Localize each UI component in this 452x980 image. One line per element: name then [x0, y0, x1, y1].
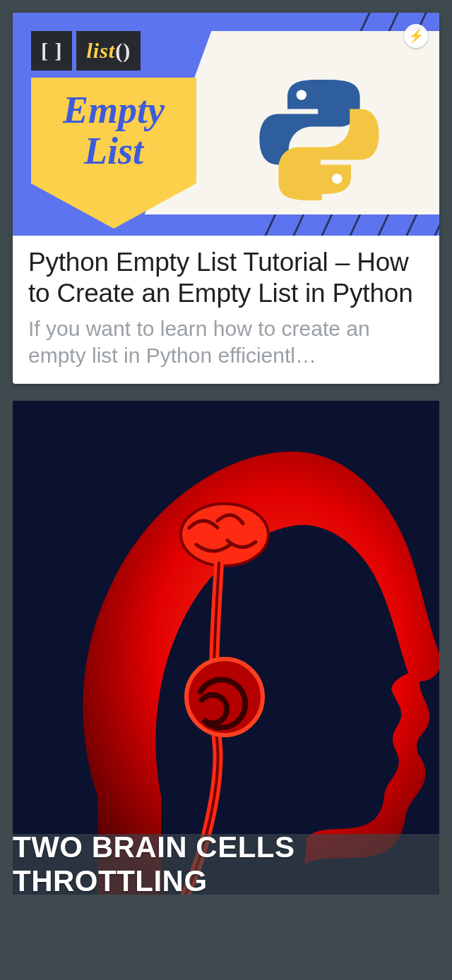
svg-point-0 [297, 90, 307, 99]
article-card[interactable]: [ ] list() Empty List [13, 13, 439, 384]
brain-head-illustration [13, 401, 439, 895]
banner-word-top: Empty [63, 91, 165, 129]
amp-badge-icon: ⚡ [404, 24, 428, 48]
meme-caption-bar: TWO BRAIN CELLS THROTTLING [13, 834, 439, 895]
cover-code-chips: [ ] list() [31, 31, 141, 71]
article-description: If you want to learn how to create an em… [28, 315, 424, 368]
amp-glyph: ⚡ [408, 28, 424, 44]
meme-caption-text: TWO BRAIN CELLS THROTTLING [13, 830, 439, 895]
code-chip-brackets: [ ] [31, 31, 72, 71]
code-parens-text: () [115, 39, 131, 63]
code-brackets-text: [ ] [41, 39, 62, 63]
article-text-block: Python Empty List Tutorial – How to Crea… [13, 236, 439, 384]
meme-image: TWO BRAIN CELLS THROTTLING [13, 401, 439, 895]
article-title: Python Empty List Tutorial – How to Crea… [28, 247, 424, 308]
article-cover-image: [ ] list() Empty List [13, 13, 439, 236]
page-root: [ ] list() Empty List [0, 0, 452, 980]
banner-word-bottom: List [84, 132, 143, 170]
code-chip-list-call: list() [76, 31, 141, 71]
python-logo-icon [256, 73, 383, 200]
svg-point-1 [332, 174, 342, 183]
code-func-text: list [86, 39, 115, 63]
cover-banner: Empty List [31, 78, 196, 229]
